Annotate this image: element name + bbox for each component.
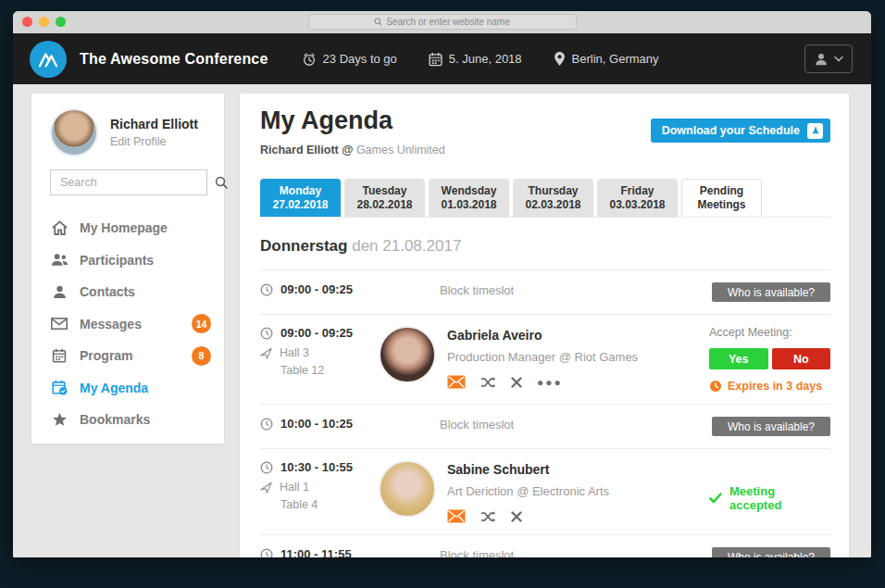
sidebar-item-my-agenda[interactable]: My Agenda	[50, 372, 211, 405]
app-header: The Awesome Conference 23 Days to go 5. …	[13, 33, 871, 84]
page-subtitle: Richard Elliott @ Games Unlimited	[260, 144, 830, 156]
navigation-arrow-icon	[260, 482, 272, 494]
logo-mountain-icon	[38, 51, 58, 68]
tab-date-label: 02.03.2018	[525, 198, 580, 212]
hall-label: Hall 1	[280, 481, 309, 494]
subtitle-company: Games Unlimited	[356, 144, 445, 156]
chevron-down-icon	[834, 56, 843, 62]
hall-label: Hall 3	[280, 346, 309, 359]
accept-yes-button[interactable]: Yes	[709, 348, 768, 369]
tab-date-label: 03.03.2018	[609, 198, 665, 212]
tab-wednesday[interactable]: Wendsday 01.03.2018	[429, 179, 509, 217]
countdown: 23 Days to go	[302, 52, 397, 67]
agenda-row-block: 09:00 - 09:25 Block timeslot Who is avai…	[260, 269, 830, 314]
close-window-button[interactable]	[22, 17, 32, 27]
tab-friday[interactable]: Friday 03.03.2018	[597, 179, 678, 217]
sidebar-item-messages[interactable]: Messages 14	[50, 308, 211, 341]
tab-date-label: 27.02.2018	[272, 198, 328, 212]
address-bar-placeholder: Search or enter website name	[386, 17, 509, 27]
sidebar-item-label: My Homepage	[80, 220, 168, 235]
conference-logo[interactable]	[30, 41, 67, 78]
check-icon	[709, 493, 722, 504]
tab-date-label: Meetings	[697, 198, 745, 212]
countdown-label: 23 Days to go	[323, 52, 397, 66]
envelope-icon	[50, 318, 69, 330]
sidebar-item-label: Program	[80, 348, 133, 363]
user-menu-button[interactable]	[804, 44, 853, 73]
sidebar: Richard Elliott Edit Profile My Homepage…	[31, 94, 224, 444]
clock-icon	[260, 418, 273, 431]
alarm-clock-icon	[302, 52, 317, 67]
sidebar-search	[50, 169, 207, 195]
send-message-icon[interactable]	[447, 375, 466, 389]
accept-no-button[interactable]: No	[772, 348, 831, 369]
minimize-window-button[interactable]	[39, 17, 49, 27]
cancel-meeting-icon[interactable]	[511, 511, 522, 522]
navigation-arrow-icon	[260, 347, 272, 359]
reschedule-shuffle-icon[interactable]	[480, 376, 496, 389]
agenda-row-block: 10:00 - 10:25 Block timeslot Who is avai…	[260, 404, 830, 448]
search-icon[interactable]	[215, 176, 228, 189]
day-heading: Donnerstag den 21.08.2017	[260, 237, 830, 256]
who-is-available-button[interactable]: Who is available?	[712, 547, 830, 557]
agenda-row-meeting: 09:00 - 09:25 Hall 3 Table 12 Gabriela A…	[260, 314, 830, 404]
clock-icon	[260, 283, 273, 296]
meeting-accepted-label: Meeting accepted	[729, 484, 830, 512]
tab-monday[interactable]: Monday 27.02.2018	[260, 179, 341, 217]
sidebar-item-label: Contacts	[80, 284, 135, 299]
tab-pending-meetings[interactable]: Pending Meetings	[681, 179, 762, 217]
participant-avatar[interactable]	[379, 460, 436, 518]
agenda-check-icon	[50, 380, 69, 395]
cancel-meeting-icon[interactable]	[511, 377, 522, 388]
who-is-available-button[interactable]: Who is available?	[712, 282, 830, 302]
browser-address-bar[interactable]: Search or enter website name	[308, 14, 577, 30]
tab-day-label: Thursday	[528, 184, 578, 198]
tab-thursday[interactable]: Thursday 02.03.2018	[513, 179, 593, 217]
timeslot-time: 11:00 - 11:55	[280, 547, 352, 557]
download-schedule-label: Download your Schedule	[662, 124, 800, 137]
event-location: Berlin, Germany	[554, 51, 659, 67]
star-icon	[50, 412, 69, 427]
timeslot-time: 10:30 - 10:55	[280, 460, 353, 474]
timeslot-label: Block timeslot	[379, 282, 712, 297]
zoom-window-button[interactable]	[56, 17, 66, 27]
more-options-icon[interactable]: ●●●	[537, 376, 563, 389]
edit-profile-link[interactable]: Edit Profile	[110, 135, 198, 148]
day-tabs: Monday 27.02.2018 Tuesday 28.02.2018 Wen…	[260, 179, 830, 218]
sidebar-item-program[interactable]: Program 8	[50, 340, 211, 372]
tab-day-label: Tuesday	[363, 184, 407, 198]
accept-meeting-label: Accept Meeting:	[709, 326, 830, 339]
participants-icon	[50, 253, 69, 267]
sidebar-item-participants[interactable]: Participants	[50, 244, 211, 277]
clock-icon	[260, 461, 273, 474]
browser-window: Search or enter website name The Awesome…	[13, 11, 871, 557]
participant-role: Art Deriction @ Electronic Arts	[447, 484, 709, 498]
sidebar-item-bookmarks[interactable]: Bookmarks	[50, 404, 211, 436]
profile-block: Richard Elliott Edit Profile	[31, 94, 224, 156]
table-label: Table 12	[280, 364, 379, 377]
profile-avatar[interactable]	[50, 108, 98, 156]
home-icon	[50, 220, 69, 235]
expires-clock-icon	[709, 380, 722, 393]
participant-name[interactable]: Gabriela Aveiro	[447, 328, 709, 343]
day-heading-date: den 21.08.2017	[347, 237, 461, 255]
event-date: 5. June, 2018	[429, 52, 522, 67]
sidebar-search-input[interactable]	[51, 176, 215, 189]
participant-avatar[interactable]	[379, 326, 436, 383]
search-icon	[374, 18, 382, 26]
reschedule-shuffle-icon[interactable]	[480, 510, 496, 523]
user-icon	[814, 52, 829, 67]
send-message-icon[interactable]	[447, 509, 466, 523]
calendar-icon	[50, 348, 69, 363]
sidebar-item-label: Participants	[80, 253, 154, 268]
timeslot-label: Block timeslot	[379, 417, 712, 432]
who-is-available-button[interactable]: Who is available?	[712, 417, 830, 436]
browser-chrome: Search or enter website name	[13, 11, 871, 33]
participant-name[interactable]: Sabine Schubert	[447, 462, 709, 477]
sidebar-item-contacts[interactable]: Contacts	[50, 276, 211, 308]
download-schedule-button[interactable]: Download your Schedule	[651, 119, 830, 143]
agenda-row-meeting: 10:30 - 10:55 Hall 1 Table 4 Sabine Schu…	[260, 448, 830, 534]
tab-tuesday[interactable]: Tuesday 28.02.2018	[344, 179, 425, 217]
sidebar-item-label: My Agenda	[80, 381, 148, 395]
sidebar-item-my-homepage[interactable]: My Homepage	[50, 212, 211, 244]
